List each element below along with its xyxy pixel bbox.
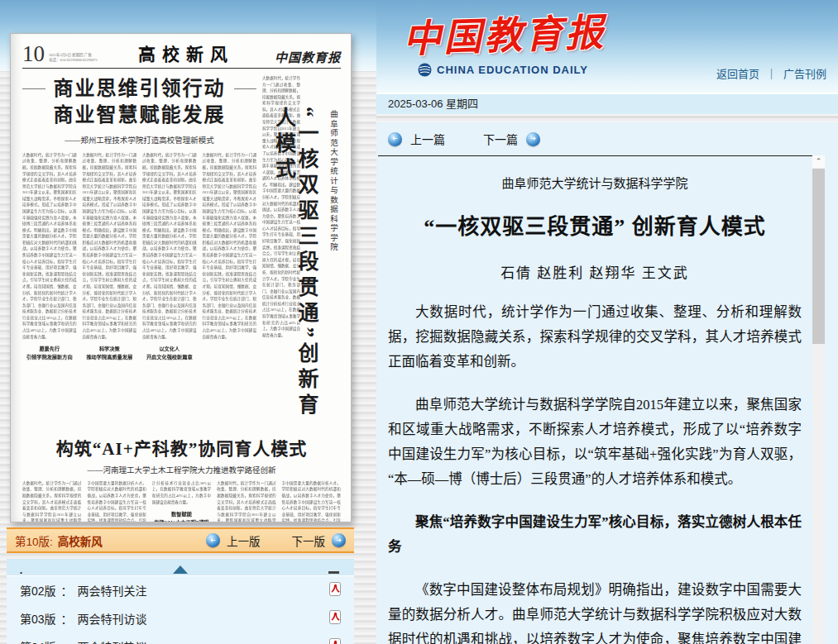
home-link[interactable]: 返回首页 <box>716 68 759 80</box>
article-paragraph: 大数据时代，统计学作为一门通过收集、整理、分析和理解数据，挖掘数据隐藏关系，探索… <box>388 300 802 374</box>
edition-row[interactable]: 第03版 ： 两会特刊访谈 <box>7 604 354 632</box>
newspaper-page-number: 10 <box>22 43 45 65</box>
prev-page-globe-icon[interactable]: ➜ <box>206 533 220 547</box>
site-header: 中国教育报 CHINA EDUCATION DAILY 返回首页｜广告刊例 <box>376 0 838 93</box>
edition-number[interactable]: 第03版 <box>20 610 56 627</box>
pdf-icon[interactable] <box>329 638 341 644</box>
china-education-daily-page: { "header": { "logo_cn": "中国教育报", "logo_… <box>0 0 838 644</box>
article-title: “一核双驱三段贯通” 创新育人模式 <box>388 209 802 240</box>
article1-subheading-3: 以文化人开启文化强校新篇章 <box>142 345 197 361</box>
article-paragraph: 曲阜师范大学统计与数据科学学院自2015年建立以来，聚焦国家和区域重大战略需求，… <box>388 393 802 492</box>
article-scrollbar[interactable]: ⌃ <box>812 155 825 644</box>
article-section-heading: 聚焦“培养数字中国建设生力军”核心目标，落实立德树人根本任务 <box>388 510 802 560</box>
article-authors: 石倩 赵胜利 赵翔华 王文武 <box>388 261 802 282</box>
article-panel: ➜ 上一篇 下一篇 ➜ 曲阜师范大学统计与数据科学学院 “一核双驱三段贯通” 创… <box>376 122 838 644</box>
logo-english-name: CHINA EDUCATION DAILY <box>437 64 588 76</box>
next-article-globe-icon[interactable]: ➜ <box>526 132 540 146</box>
article1-subheading-2: 科学决策推动学院高质量发展 <box>83 345 137 361</box>
article2-headline: 构筑“AI+产科教”协同育人模式 <box>22 435 341 460</box>
newspaper-issue-info: 2025年3月6日 星期四 广角 电话：010-82296888 8229687… <box>49 53 98 64</box>
edition-list-panel: 第01版：要闻 第02版 ： 两会特刊关注 第03版 ： 两会特刊访谈 第04版… <box>7 559 354 644</box>
newspaper-featured-strip: 大数据时代，统计学作为一门通过收集、整理、分析和理解数据，挖掘数据隐藏关系，探索… <box>256 75 341 427</box>
scan-text-column: 大数据时代，统计学作为一门通过收集、整理、分析和理解数据，挖掘数据隐藏关系，探索… <box>142 153 197 339</box>
article1-subheading-1: 愿景先行引领学院发展新方向 <box>22 345 77 361</box>
article-reader-panel: 中国教育报 CHINA EDUCATION DAILY 返回首页｜广告刊例 20… <box>376 0 838 644</box>
article1-headline-line2: 商业智慧赋能发展 <box>22 102 256 128</box>
article1-body-columns: 大数据时代，统计学作为一门通过收集、整理、分析和理解数据，挖掘数据隐藏关系，探索… <box>22 152 256 427</box>
date-bar: 2025-03-06 星期四 <box>376 93 838 114</box>
article1-headline-line1: 商业思维引领行动 <box>22 75 256 102</box>
edition-number[interactable]: 第04版 <box>20 638 56 644</box>
article-source: 曲阜师范大学统计与数据科学学院 <box>388 174 802 191</box>
newspaper-masthead: 10 2025年3月6日 星期四 广角 电话：010-82296888 8229… <box>22 41 341 69</box>
pdf-icon[interactable] <box>329 610 341 627</box>
header-links: 返回首页｜广告刊例 <box>716 65 826 81</box>
edition-row-partial[interactable]: 第01版：要闻 <box>18 568 55 575</box>
pdf-icon[interactable] <box>329 582 341 599</box>
prev-article-button[interactable]: 上一篇 <box>410 131 445 147</box>
next-page-button[interactable]: 下一版 <box>292 532 326 549</box>
article1-subtitle: ——郑州工程技术学院打造高校管理新模式 <box>22 134 256 145</box>
ads-link[interactable]: 广告刊例 <box>783 68 826 80</box>
site-logo: 中国教育报 CHINA EDUCATION DAILY <box>403 5 606 77</box>
newspaper-brand: 中国教育报 <box>275 48 341 65</box>
strip-vertical-title: “一核双驱三段贯通”创新育人模式 <box>272 107 318 437</box>
scroll-up-arrow-icon[interactable] <box>173 565 188 574</box>
divider-texture <box>376 114 838 122</box>
article2-subheading-3: 数智赋能构建“AI+土木工程”课程新生态 <box>152 510 211 522</box>
scan-text-column: 大数据时代，统计学作为一门通过收集、整理、分析和理解数据，挖掘数据隐藏关系，探索… <box>203 153 257 339</box>
article2-body-columns: 大数据时代，统计学作为一门通过收集、整理、分析和理解数据，挖掘数据隐藏关系，探索… <box>22 480 341 522</box>
article-nav-row: ➜ 上一篇 下一篇 ➜ <box>376 122 838 147</box>
scrollbar-thumb[interactable] <box>812 169 825 344</box>
article2-subtitle: ——河南理工大学土木工程学院大力推进教学路径创新 <box>22 464 341 475</box>
prev-page-button[interactable]: 上一版 <box>227 532 261 549</box>
newspaper-article-1: 商业思维引领行动 商业智慧赋能发展 ——郑州工程技术学院打造高校管理新模式 大数… <box>22 75 256 427</box>
scan-text-column: 大数据时代，统计学作为一门通过收集、整理、分析和理解数据，挖掘数据隐藏关系，探索… <box>83 153 137 339</box>
pdf-icon-partial <box>328 571 339 574</box>
scan-text-column: 大数据时代，统计学作为一门通过收集、整理、分析和理解数据，挖掘数据隐藏关系，探索… <box>217 481 341 522</box>
next-page-globe-icon[interactable]: ➜ <box>332 533 346 547</box>
next-article-button[interactable]: 下一篇 <box>483 131 518 147</box>
article-content: 曲阜师范大学统计与数据科学学院 “一核双驱三段贯通” 创新育人模式 石倩 赵胜利… <box>388 157 802 644</box>
edition-list-scroll-strip: 第01版：要闻 <box>7 560 354 576</box>
edition-row[interactable]: 第02版 ： 两会特刊关注 <box>7 576 354 604</box>
page-bar-section: 高校新风 <box>58 532 103 549</box>
edition-title[interactable]: 两会特刊热议 <box>78 638 147 644</box>
edition-title[interactable]: 两会特刊关注 <box>78 582 147 599</box>
scrollbar-up-arrow-icon[interactable]: ⌃ <box>812 155 825 168</box>
newspaper-section-title: 高校新风 <box>98 41 275 65</box>
newspaper-page-preview[interactable]: 10 2025年3月6日 星期四 广角 电话：010-82296888 8229… <box>10 33 352 522</box>
divider-line <box>378 155 815 156</box>
prev-article-globe-icon[interactable]: ➜ <box>388 132 402 146</box>
strip-vertical-source: 曲阜师范大学统计与数据科学学院 <box>328 110 339 325</box>
edition-title[interactable]: 两会特刊访谈 <box>78 610 147 627</box>
page-bar-label: 第10版: <box>15 532 53 549</box>
scan-text-column: 大数据时代，统计学作为一门通过收集、整理、分析和理解数据，挖掘数据隐藏关系，探索… <box>22 153 77 339</box>
logo-chinese-calligraphy: 中国教育报 <box>402 2 606 64</box>
article-paragraph: 《数字中国建设整体布局规划》明确指出，建设数字中国需要大量的数据分析人才。曲阜师… <box>388 578 802 644</box>
edition-row[interactable]: 第04版 ： 两会特刊热议 <box>7 632 354 644</box>
edition-number[interactable]: 第02版 <box>20 582 56 599</box>
newspaper-article-2: 构筑“AI+产科教”协同育人模式 ——河南理工大学土木工程学院大力推进教学路径创… <box>22 435 341 522</box>
current-page-bar: 第10版: 高校新风 ➜ 上一版 下一版 ➜ <box>7 527 354 553</box>
ced-globe-icon <box>418 63 432 77</box>
